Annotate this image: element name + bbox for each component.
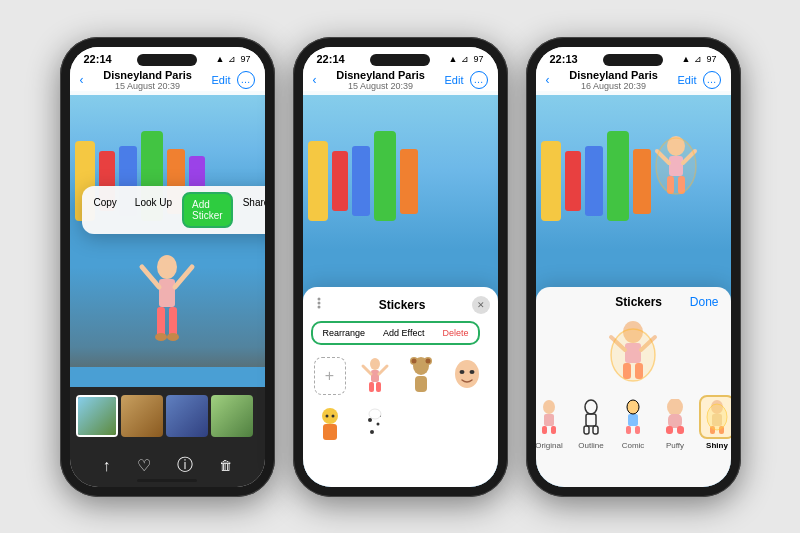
scroll-icon bbox=[311, 295, 333, 315]
nav-subtitle-3: 16 August 20:39 bbox=[550, 81, 678, 91]
sticker-cell-2[interactable] bbox=[402, 353, 440, 399]
thumb-2[interactable] bbox=[121, 395, 163, 437]
delete-tab[interactable]: Delete bbox=[436, 326, 474, 340]
svg-line-23 bbox=[363, 366, 371, 374]
add-sticker-plus[interactable]: + bbox=[314, 357, 346, 395]
share-button-1[interactable]: ↑ bbox=[103, 457, 111, 475]
add-sticker-button[interactable]: Add Sticker bbox=[182, 192, 233, 228]
sticker-cell-4[interactable] bbox=[311, 403, 349, 449]
svg-point-18 bbox=[317, 305, 320, 308]
svg-point-17 bbox=[317, 301, 320, 304]
sticker-svg-4 bbox=[315, 406, 345, 446]
nav-title-block-2: Disneyland Paris 15 August 20:39 bbox=[317, 69, 445, 91]
playground-3 bbox=[536, 121, 731, 241]
dynamic-island-1 bbox=[137, 54, 197, 66]
favorite-button-1[interactable]: ♡ bbox=[137, 456, 151, 475]
delete-button-1[interactable]: 🗑 bbox=[219, 458, 232, 473]
svg-point-29 bbox=[426, 358, 431, 363]
svg-rect-69 bbox=[551, 426, 556, 434]
info-button-1[interactable]: ⓘ bbox=[177, 455, 193, 476]
nav-title-1: Disneyland Paris bbox=[84, 69, 212, 81]
p2-elem-4 bbox=[374, 131, 396, 221]
variant-outline-svg bbox=[577, 399, 605, 435]
svg-rect-3 bbox=[169, 307, 177, 337]
thumb-3[interactable] bbox=[166, 395, 208, 437]
sticker-img-1 bbox=[358, 355, 392, 397]
dynamic-island-2 bbox=[370, 54, 430, 66]
look-up-button[interactable]: Look Up bbox=[127, 192, 180, 228]
variant-comic[interactable]: Comic bbox=[615, 395, 651, 450]
child-figure-1 bbox=[137, 237, 197, 367]
thumb-1[interactable] bbox=[76, 395, 118, 437]
nav-actions-2: Edit … bbox=[445, 71, 488, 89]
edit-button-3[interactable]: Edit bbox=[678, 74, 697, 86]
add-sticker-cell[interactable]: + bbox=[311, 353, 349, 399]
svg-rect-30 bbox=[415, 376, 427, 392]
copy-button[interactable]: Copy bbox=[86, 192, 125, 228]
nav-title-block-3: Disneyland Paris 16 August 20:39 bbox=[550, 69, 678, 91]
svg-rect-67 bbox=[544, 414, 554, 426]
sticker-img-3 bbox=[450, 355, 484, 397]
sticker-img-2 bbox=[404, 355, 438, 397]
variant-original-svg bbox=[536, 399, 564, 435]
more-button-3[interactable]: … bbox=[703, 71, 721, 89]
variant-puffy-svg bbox=[661, 399, 689, 435]
svg-point-70 bbox=[585, 400, 597, 414]
wifi-icon-3: ⊿ bbox=[694, 54, 702, 64]
sticker-svg-1 bbox=[360, 356, 390, 396]
variant-shiny-img bbox=[699, 395, 731, 439]
variant-original[interactable]: Original bbox=[536, 395, 568, 450]
sticker-img-5 bbox=[358, 405, 392, 447]
drag-handle-icon bbox=[311, 295, 327, 311]
sticker-cell-1[interactable] bbox=[356, 353, 394, 399]
svg-rect-21 bbox=[369, 382, 374, 392]
signal-icon-1: ▲ bbox=[216, 54, 225, 64]
variant-outline[interactable]: Outline bbox=[573, 395, 609, 450]
thumb-4[interactable] bbox=[211, 395, 253, 437]
p2-elem-2 bbox=[332, 151, 348, 211]
sticker-svg-3 bbox=[452, 356, 482, 396]
share-context-button[interactable]: Share... bbox=[235, 192, 265, 228]
more-button-2[interactable]: … bbox=[470, 71, 488, 89]
svg-point-7 bbox=[167, 333, 179, 341]
phone-1-screen: 22:14 ▲ ⊿ 97 ‹ Disneyland Paris 15 Augus… bbox=[70, 47, 265, 487]
edit-button-2[interactable]: Edit bbox=[445, 74, 464, 86]
sticker-img-4 bbox=[313, 405, 347, 447]
thumbnail-strip-1 bbox=[70, 387, 265, 445]
rearrange-tab[interactable]: Rearrange bbox=[317, 326, 372, 340]
sticker-svg-2 bbox=[406, 356, 436, 396]
wifi-icon-1: ⊿ bbox=[228, 54, 236, 64]
svg-line-5 bbox=[175, 267, 192, 287]
svg-rect-20 bbox=[371, 370, 379, 382]
signal-icon-2: ▲ bbox=[449, 54, 458, 64]
status-time-1: 22:14 bbox=[84, 53, 112, 65]
photo-area-3: Stickers Done bbox=[536, 91, 731, 487]
variant-puffy[interactable]: Puffy bbox=[657, 395, 693, 450]
variant-shiny[interactable]: Shiny bbox=[699, 395, 731, 450]
variant-outline-label: Outline bbox=[578, 441, 603, 450]
home-indicator-1 bbox=[137, 479, 197, 482]
variant-comic-img bbox=[615, 395, 651, 439]
done-button-3[interactable]: Done bbox=[690, 295, 719, 309]
nav-actions-1: Edit … bbox=[212, 71, 255, 89]
svg-point-0 bbox=[157, 255, 177, 279]
stickers-close-button[interactable]: ✕ bbox=[472, 296, 490, 314]
sticker-cell-3[interactable] bbox=[448, 353, 486, 399]
sticker-cell-5[interactable] bbox=[356, 403, 394, 449]
add-effect-tab[interactable]: Add Effect bbox=[377, 326, 430, 340]
variant-shiny-label: Shiny bbox=[706, 441, 728, 450]
phone-1-wrapper: 22:14 ▲ ⊿ 97 ‹ Disneyland Paris 15 Augus… bbox=[60, 37, 275, 497]
svg-point-41 bbox=[370, 430, 374, 434]
phone-3-wrapper: 22:13 ▲ ⊿ 97 ‹ Disneyland Paris 16 Augus… bbox=[526, 37, 741, 497]
edit-button-1[interactable]: Edit bbox=[212, 74, 231, 86]
p3-elem-3 bbox=[585, 146, 603, 216]
svg-rect-22 bbox=[376, 382, 381, 392]
more-button-1[interactable]: … bbox=[237, 71, 255, 89]
dots-icon-1: … bbox=[241, 74, 251, 85]
dynamic-island-3 bbox=[603, 54, 663, 66]
sticker-preview-area bbox=[544, 317, 723, 387]
playground-2 bbox=[303, 121, 498, 241]
svg-point-43 bbox=[369, 409, 381, 419]
svg-point-19 bbox=[370, 358, 380, 370]
svg-rect-2 bbox=[157, 307, 165, 337]
